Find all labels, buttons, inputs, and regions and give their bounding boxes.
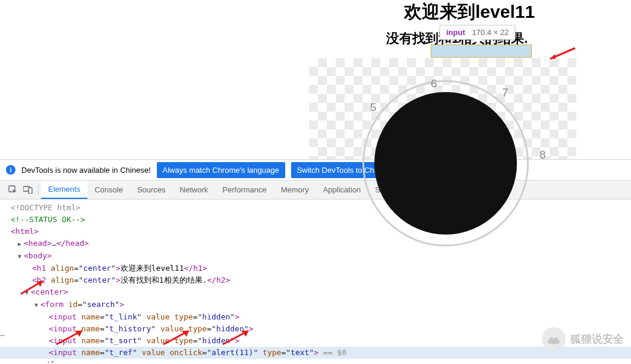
dom-input-tlink[interactable]: <input name="t_link" value type="hidden"… xyxy=(11,311,631,323)
dom-doctype[interactable]: <!DOCTYPE html> xyxy=(11,202,631,214)
dom-tree[interactable]: … <!DOCTYPE html> <!--STATUS OK--> <html… xyxy=(0,200,631,363)
watermark: 狐狸说安全 xyxy=(542,327,624,351)
collapse-arrow-icon[interactable]: ▼ xyxy=(25,287,31,299)
dom-input-tref[interactable]: <input name="t_ref" value onclick="alert… xyxy=(0,347,631,359)
devtools-infobar: i DevTools is now available in Chinese! … xyxy=(0,159,631,181)
watermark-logo-icon xyxy=(542,327,566,351)
dom-h1[interactable]: <h1 align="center">欢迎来到level11</h1> xyxy=(11,262,631,274)
dom-form-close[interactable]: </form> xyxy=(11,359,631,363)
svg-rect-2 xyxy=(29,188,32,194)
dial-image: 5 6 7 8 xyxy=(351,68,541,160)
dom-input-thistory[interactable]: <input name="t_history" value type="hidd… xyxy=(11,323,631,335)
annotation-arrow-icon xyxy=(547,46,576,61)
dom-center-open[interactable]: ▼<center> xyxy=(11,286,631,299)
collapse-arrow-icon[interactable]: ▼ xyxy=(18,251,24,262)
dom-comment[interactable]: <!--STATUS OK--> xyxy=(11,214,631,226)
dom-input-tsort[interactable]: <input name="t_sort" value type="hidden"… xyxy=(11,335,631,347)
collapse-arrow-icon[interactable]: ▼ xyxy=(34,299,40,311)
highlighted-input[interactable] xyxy=(431,45,532,58)
dial-tick-5: 5 xyxy=(370,101,377,114)
expand-arrow-icon[interactable]: ▶ xyxy=(18,238,24,250)
info-icon: i xyxy=(6,165,15,175)
dom-body[interactable]: ▼<body> xyxy=(11,250,631,262)
watermark-text: 狐狸说安全 xyxy=(570,332,624,346)
device-toolbar-icon[interactable] xyxy=(20,181,36,199)
tab-elements[interactable]: Elements xyxy=(41,181,87,199)
tab-application[interactable]: Application xyxy=(316,181,368,199)
dom-head[interactable]: ▶<head>…</head> xyxy=(11,238,631,250)
tab-performance[interactable]: Performance xyxy=(215,181,273,199)
tab-memory[interactable]: Memory xyxy=(274,181,316,199)
dom-form-open[interactable]: ▼<form id="search"> xyxy=(11,299,631,311)
devtools-tabs: Elements Console Sources Network Perform… xyxy=(0,181,631,200)
inspector-tooltip: input 170.4 × 22 xyxy=(440,25,515,40)
inspector-tooltip-dimensions: 170.4 × 22 xyxy=(472,28,509,37)
inspector-tooltip-tag: input xyxy=(446,28,465,37)
gutter-ellipsis-icon[interactable]: … xyxy=(0,328,5,340)
rendered-page: 欢迎来到level11 没有找到和1相关的结果. input 170.4 × 2… xyxy=(0,0,631,159)
dom-h2[interactable]: <h2 align="center">没有找到和1相关的结果.</h2> xyxy=(11,274,631,286)
infobar-message: DevTools is now available in Chinese! xyxy=(21,166,151,175)
dial-tick-8: 8 xyxy=(539,148,546,162)
tab-console[interactable]: Console xyxy=(87,181,130,199)
inspect-element-icon[interactable] xyxy=(5,181,20,199)
always-match-language-button[interactable]: Always match Chrome's language xyxy=(157,162,285,178)
tab-network[interactable]: Network xyxy=(173,181,216,199)
page-title: 欢迎来到level11 xyxy=(404,0,535,24)
tab-sources[interactable]: Sources xyxy=(130,181,173,199)
dial-tick-6: 6 xyxy=(431,77,437,90)
dom-html-open[interactable]: <html> xyxy=(11,226,631,238)
dial-tick-7: 7 xyxy=(502,86,509,99)
